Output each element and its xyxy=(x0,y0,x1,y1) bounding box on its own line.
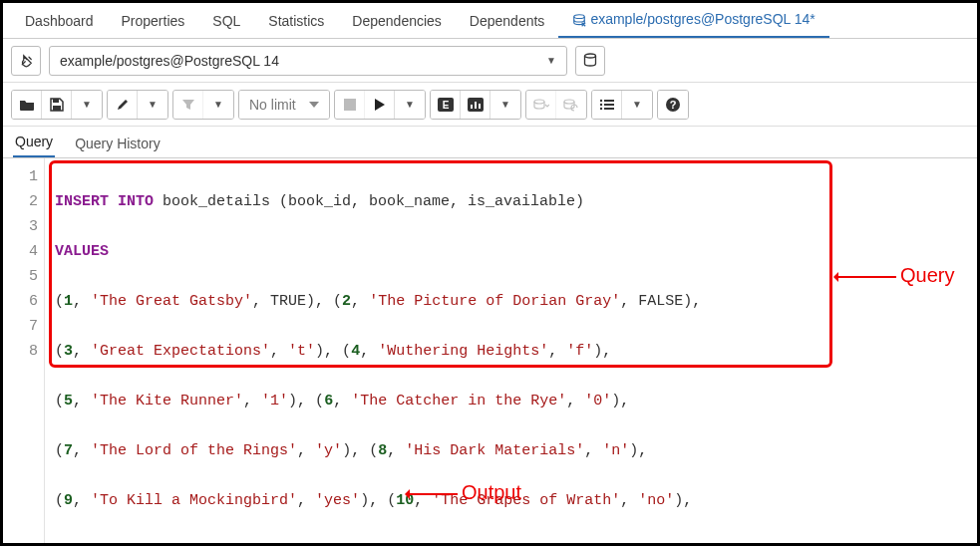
execute-dropdown[interactable]: ▼ xyxy=(395,91,425,119)
chevron-down-icon: ▼ xyxy=(405,99,415,110)
tab-query-history[interactable]: Query History xyxy=(73,130,163,157)
line-gutter: 1 2 3 4 5 6 7 8 xyxy=(3,158,45,546)
stop-icon xyxy=(344,99,356,111)
save-button[interactable] xyxy=(42,91,72,119)
tab-dependencies[interactable]: Dependencies xyxy=(338,5,456,37)
line-number: 5 xyxy=(9,264,38,289)
svg-rect-9 xyxy=(475,102,477,109)
connection-status-button[interactable] xyxy=(11,46,41,76)
line-number: 3 xyxy=(9,214,38,239)
help-button[interactable]: ? xyxy=(658,91,688,119)
chevron-down-icon: ▼ xyxy=(500,99,510,110)
svg-point-15 xyxy=(599,103,601,105)
chevron-down-icon: ▼ xyxy=(546,55,556,66)
explain-dropdown[interactable]: ▼ xyxy=(490,91,520,119)
svg-point-0 xyxy=(574,14,585,18)
line-number: 4 xyxy=(9,239,38,264)
chevron-down-icon: ▼ xyxy=(148,99,158,110)
line-number: 7 xyxy=(9,314,38,339)
rollback-icon xyxy=(563,98,579,112)
connection-select[interactable]: example/postgres@PostgreSQL 14 ▼ xyxy=(49,46,567,76)
svg-text:?: ? xyxy=(670,99,677,111)
svg-text:E: E xyxy=(442,100,449,111)
execute-button[interactable] xyxy=(365,91,395,119)
dropdown-icon xyxy=(309,102,319,108)
svg-point-17 xyxy=(599,107,601,109)
line-number: 2 xyxy=(9,189,38,214)
svg-rect-8 xyxy=(471,105,473,109)
svg-rect-4 xyxy=(344,99,356,111)
new-connection-button[interactable] xyxy=(575,46,605,76)
filter-icon xyxy=(181,98,195,112)
database-icon xyxy=(572,14,586,28)
tab-sql[interactable]: SQL xyxy=(198,5,254,37)
tab-properties[interactable]: Properties xyxy=(108,5,199,37)
tab-query-tool-label: example/postgres@PostgreSQL 14* xyxy=(590,11,815,27)
svg-rect-16 xyxy=(604,104,614,106)
macros-button[interactable] xyxy=(592,91,622,119)
list-icon xyxy=(599,99,615,111)
tab-dependents[interactable]: Dependents xyxy=(456,5,559,37)
commit-icon xyxy=(533,98,549,112)
rollback-button[interactable] xyxy=(556,91,586,119)
commit-button[interactable] xyxy=(526,91,556,119)
svg-point-11 xyxy=(534,100,544,104)
limit-select[interactable]: No limit xyxy=(239,91,329,119)
editor-tabs: Query Query History xyxy=(3,127,977,158)
explain-analyze-button[interactable] xyxy=(461,91,490,119)
svg-rect-2 xyxy=(53,99,59,103)
pencil-icon xyxy=(116,98,130,112)
server-icon xyxy=(582,53,598,69)
connection-label: example/postgres@PostgreSQL 14 xyxy=(60,53,279,69)
toolbar: ▼ ▼ ▼ No limit ▼ E ▼ ▼ ? xyxy=(3,83,977,127)
svg-rect-14 xyxy=(604,100,614,102)
edit-button[interactable] xyxy=(108,91,138,119)
top-tabs: Dashboard Properties SQL Statistics Depe… xyxy=(3,3,977,39)
connection-bar: example/postgres@PostgreSQL 14 ▼ xyxy=(3,39,977,83)
help-icon: ? xyxy=(665,97,681,113)
svg-point-1 xyxy=(585,54,596,58)
svg-point-12 xyxy=(564,100,574,104)
sql-code[interactable]: INSERT INTO book_details (book_id, book_… xyxy=(45,158,711,546)
chevron-down-icon: ▼ xyxy=(213,99,223,110)
filter-dropdown[interactable]: ▼ xyxy=(203,91,233,119)
explain-icon: E xyxy=(438,98,454,112)
tab-statistics[interactable]: Statistics xyxy=(254,5,338,37)
svg-rect-18 xyxy=(604,108,614,110)
folder-icon xyxy=(19,98,35,112)
save-icon xyxy=(50,98,64,112)
chevron-down-icon: ▼ xyxy=(82,99,92,110)
line-number: 6 xyxy=(9,289,38,314)
tab-query-tool[interactable]: example/postgres@PostgreSQL 14* xyxy=(558,3,828,37)
svg-point-13 xyxy=(599,99,601,101)
plug-icon xyxy=(17,52,35,70)
svg-rect-10 xyxy=(479,104,481,109)
sql-editor[interactable]: 1 2 3 4 5 6 7 8 INSERT INTO book_details… xyxy=(3,158,977,546)
line-number: 1 xyxy=(9,164,38,189)
line-number: 8 xyxy=(9,339,38,364)
analyze-icon xyxy=(468,98,484,112)
play-icon xyxy=(374,98,386,112)
save-dropdown[interactable]: ▼ xyxy=(72,91,102,119)
macros-dropdown[interactable]: ▼ xyxy=(622,91,652,119)
tab-query[interactable]: Query xyxy=(13,128,55,157)
filter-button[interactable] xyxy=(173,91,203,119)
edit-dropdown[interactable]: ▼ xyxy=(138,91,167,119)
stop-button[interactable] xyxy=(335,91,365,119)
svg-rect-3 xyxy=(53,106,61,111)
tab-dashboard[interactable]: Dashboard xyxy=(11,5,108,37)
limit-label: No limit xyxy=(249,97,296,113)
open-file-button[interactable] xyxy=(12,91,42,119)
explain-button[interactable]: E xyxy=(431,91,461,119)
chevron-down-icon: ▼ xyxy=(632,99,642,110)
